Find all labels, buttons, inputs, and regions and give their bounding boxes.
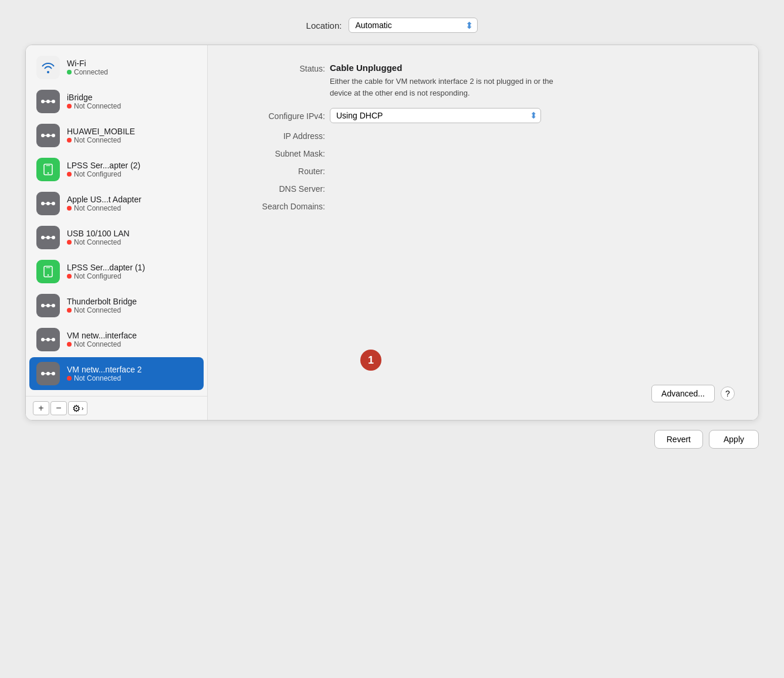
sidebar-item-huawei[interactable]: HUAWEI_MOBILE Not Connected — [29, 119, 204, 152]
svg-point-6 — [46, 134, 50, 137]
svg-point-5 — [41, 134, 45, 137]
router-row: Router: — [231, 165, 735, 176]
svg-point-19 — [52, 236, 55, 239]
sidebar-item-apple-usb[interactable]: Apple US...t Adapter Not Connected — [29, 187, 204, 220]
annotation-number-badge: 1 — [360, 350, 381, 371]
dns-server-label: DNS Server: — [231, 183, 325, 194]
sidebar-item-info-vm2: VM netw...nterface 2 Not Connected — [67, 365, 142, 382]
configure-ipv4-label: Configure IPv4: — [231, 110, 325, 121]
sidebar-item-vm2[interactable]: VM netw...nterface 2 Not Connected — [29, 357, 204, 390]
dots-icon-box — [36, 362, 60, 385]
sidebar-item-vm1[interactable]: VM netw...interface Not Connected — [29, 323, 204, 356]
svg-point-22 — [48, 274, 49, 276]
status-value-block: Cable Unplugged Either the cable for VM … — [325, 63, 576, 99]
location-select-wrapper[interactable]: Automatic ⬍ — [349, 18, 478, 33]
sidebar-item-status-lpss2: Not Configured — [67, 272, 145, 280]
svg-point-7 — [52, 134, 55, 137]
ethernet-icon — [40, 198, 56, 209]
help-button[interactable]: ? — [721, 387, 735, 401]
ethernet-icon — [40, 334, 56, 345]
location-select[interactable]: Automatic — [349, 18, 478, 33]
status-dot-lpss1 — [67, 172, 72, 177]
content-bottom: Advanced... ? — [231, 373, 735, 402]
sidebar-item-info-thunderbolt: Thunderbolt Bridge Not Connected — [67, 297, 137, 314]
svg-point-1 — [46, 100, 50, 103]
status-dot-huawei — [67, 138, 72, 143]
phone-icon-box — [36, 158, 60, 181]
sidebar-item-status-huawei: Not Connected — [67, 136, 135, 144]
svg-point-29 — [41, 338, 45, 341]
svg-point-12 — [41, 202, 45, 205]
sidebar-item-info-lpss1: LPSS Ser...apter (2) Not Configured — [67, 161, 140, 178]
wifi-icon — [40, 62, 56, 73]
sidebar-item-thunderbolt[interactable]: Thunderbolt Bridge Not Connected — [29, 289, 204, 322]
svg-point-31 — [52, 338, 55, 341]
configure-ipv4-select-wrapper[interactable]: Using DHCP Manually Using BootP Off ⬍ — [330, 108, 541, 123]
sidebar-toolbar: + − ⚙ › — [26, 396, 207, 420]
sidebar-item-info-huawei: HUAWEI_MOBILE Not Connected — [67, 127, 135, 144]
sidebar: Wi-Fi Connected iBridge Not Connected HU… — [26, 45, 208, 420]
status-dot-thunderbolt — [67, 308, 72, 313]
svg-point-36 — [52, 372, 55, 375]
sidebar-item-wifi[interactable]: Wi-Fi Connected — [29, 51, 204, 84]
sidebar-item-status-lpss1: Not Configured — [67, 170, 140, 178]
configure-ipv4-row: Configure IPv4: Using DHCP Manually Usin… — [231, 108, 735, 123]
router-label: Router: — [231, 165, 325, 176]
sidebar-item-name-wifi: Wi-Fi — [67, 59, 108, 68]
status-value: Cable Unplugged — [330, 63, 402, 73]
svg-point-14 — [52, 202, 55, 205]
bottom-bar: Revert Apply — [25, 430, 759, 449]
dots-icon-box — [36, 90, 60, 113]
svg-point-30 — [46, 338, 50, 341]
status-dot-vm2 — [67, 376, 72, 381]
remove-button[interactable]: − — [50, 401, 67, 415]
sidebar-item-name-usb-lan: USB 10/100 LAN — [67, 229, 130, 238]
dots-icon-box — [36, 124, 60, 147]
apply-button[interactable]: Apply — [709, 430, 759, 449]
svg-point-25 — [46, 304, 50, 307]
sidebar-item-status-vm1: Not Connected — [67, 340, 137, 348]
ethernet-icon — [40, 232, 56, 243]
sidebar-item-lpss2[interactable]: LPSS Ser...dapter (1) Not Configured — [29, 255, 204, 288]
sidebar-item-usb-lan[interactable]: USB 10/100 LAN Not Connected — [29, 221, 204, 254]
sidebar-item-info-usb-lan: USB 10/100 LAN Not Connected — [67, 229, 130, 246]
svg-point-0 — [41, 100, 45, 103]
status-dot-wifi — [67, 70, 72, 74]
configure-ipv4-select[interactable]: Using DHCP Manually Using BootP Off — [330, 108, 541, 123]
sidebar-item-info-apple-usb: Apple US...t Adapter Not Connected — [67, 195, 141, 212]
sidebar-item-info-vm1: VM netw...interface Not Connected — [67, 331, 137, 348]
gear-dropdown-button[interactable]: ⚙ › — [68, 401, 87, 415]
sidebar-item-name-vm2: VM netw...nterface 2 — [67, 365, 142, 374]
sidebar-item-status-wifi: Connected — [67, 68, 108, 76]
add-button[interactable]: + — [33, 401, 49, 415]
location-bar: Location: Automatic ⬍ — [306, 18, 478, 33]
revert-button[interactable]: Revert — [654, 430, 703, 449]
svg-point-26 — [52, 304, 55, 307]
svg-point-24 — [41, 304, 45, 307]
status-description: Either the cable for VM network interfac… — [330, 76, 576, 99]
sidebar-item-status-apple-usb: Not Connected — [67, 204, 141, 212]
svg-point-18 — [46, 236, 50, 239]
main-panel: Wi-Fi Connected iBridge Not Connected HU… — [25, 45, 759, 421]
status-dot-usb-lan — [67, 240, 72, 245]
svg-point-17 — [41, 236, 45, 239]
ethernet-icon — [40, 368, 56, 379]
content-area: Status: Cable Unplugged Either the cable… — [208, 45, 758, 420]
status-dot-ibridge — [67, 104, 72, 109]
sidebar-item-ibridge[interactable]: iBridge Not Connected — [29, 85, 204, 118]
status-dot-lpss2 — [67, 274, 72, 279]
phone-icon-box — [36, 260, 60, 283]
dots-icon-box — [36, 192, 60, 215]
sidebar-item-name-apple-usb: Apple US...t Adapter — [67, 195, 141, 204]
gear-icon: ⚙ — [72, 403, 80, 414]
sidebar-item-name-huawei: HUAWEI_MOBILE — [67, 127, 135, 136]
sidebar-item-lpss1[interactable]: LPSS Ser...apter (2) Not Configured — [29, 153, 204, 186]
svg-point-2 — [52, 100, 55, 103]
search-domains-label: Search Domains: — [231, 201, 325, 211]
advanced-button[interactable]: Advanced... — [651, 385, 715, 402]
svg-point-34 — [41, 372, 45, 375]
ethernet-icon — [40, 130, 56, 141]
svg-point-35 — [46, 372, 50, 375]
sidebar-item-status-thunderbolt: Not Connected — [67, 306, 137, 314]
dots-icon-box — [36, 226, 60, 249]
